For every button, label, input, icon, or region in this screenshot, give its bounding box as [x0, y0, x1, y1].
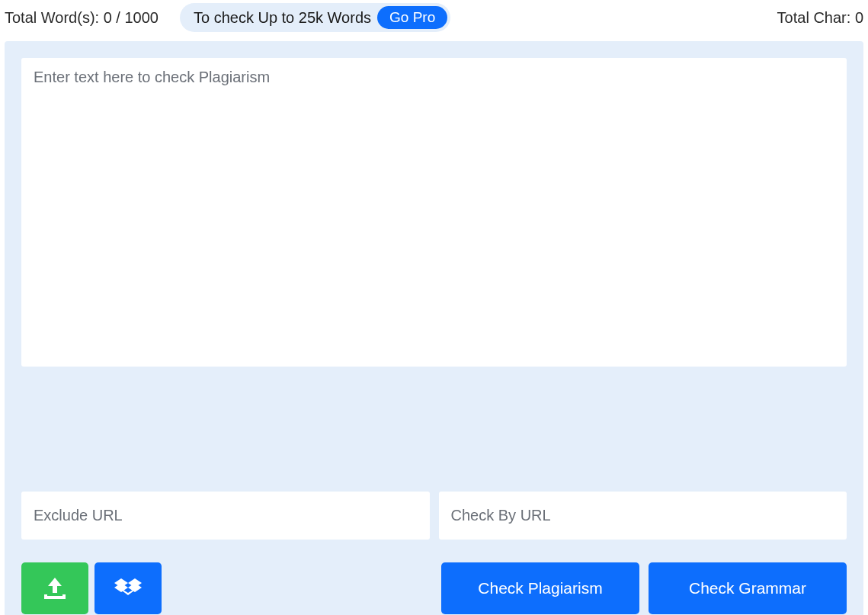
topbar: Total Word(s): 0 / 1000 To check Up to 2… — [0, 0, 868, 41]
upload-button[interactable] — [21, 562, 88, 614]
check-grammar-button[interactable]: Check Grammar — [649, 562, 847, 614]
right-action-group: Check Plagiarism Check Grammar — [441, 562, 847, 614]
dropbox-icon — [114, 577, 142, 600]
exclude-url-input[interactable] — [21, 492, 430, 540]
upload-icon — [41, 576, 69, 601]
char-count-label: Total Char: 0 — [777, 9, 863, 27]
go-pro-button[interactable]: Go Pro — [377, 6, 447, 29]
check-by-url-input[interactable] — [439, 492, 847, 540]
promo-pill: To check Up to 25k Words Go Pro — [180, 3, 450, 32]
svg-rect-1 — [44, 594, 47, 599]
left-icon-group — [21, 562, 162, 614]
promo-text: To check Up to 25k Words — [194, 9, 371, 27]
svg-rect-2 — [62, 594, 66, 599]
svg-rect-0 — [46, 596, 64, 599]
editor-panel: Check Plagiarism Check Grammar — [5, 41, 863, 615]
url-row — [21, 492, 847, 540]
check-plagiarism-button[interactable]: Check Plagiarism — [441, 562, 639, 614]
dropbox-button[interactable] — [94, 562, 162, 614]
plagiarism-textarea[interactable] — [21, 58, 847, 367]
word-count-label: Total Word(s): 0 / 1000 — [5, 9, 159, 27]
action-row: Check Plagiarism Check Grammar — [21, 562, 847, 614]
